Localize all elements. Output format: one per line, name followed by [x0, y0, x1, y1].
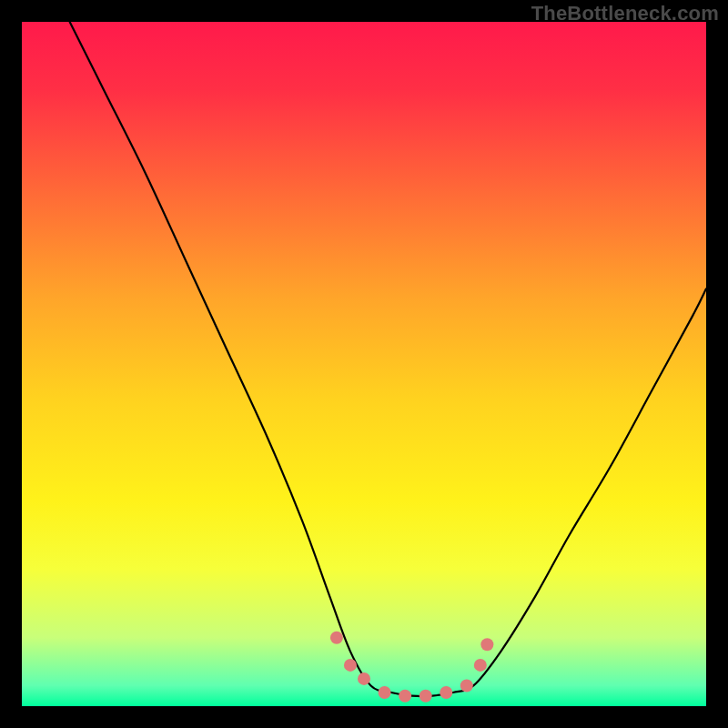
gradient-background	[22, 22, 706, 706]
chart-frame: TheBottleneck.com	[0, 0, 728, 728]
marker-dot	[344, 659, 357, 672]
marker-dot	[358, 672, 370, 685]
plot-area	[22, 22, 706, 706]
marker-dot	[440, 686, 452, 699]
marker-dot	[420, 690, 432, 703]
watermark-text: TheBottleneck.com	[531, 2, 719, 25]
marker-dot	[330, 632, 343, 644]
chart-svg	[22, 22, 706, 706]
marker-dot	[460, 679, 473, 692]
marker-dot	[379, 686, 391, 699]
marker-dot	[399, 690, 411, 703]
marker-dot	[474, 659, 487, 672]
marker-dot	[480, 638, 493, 651]
